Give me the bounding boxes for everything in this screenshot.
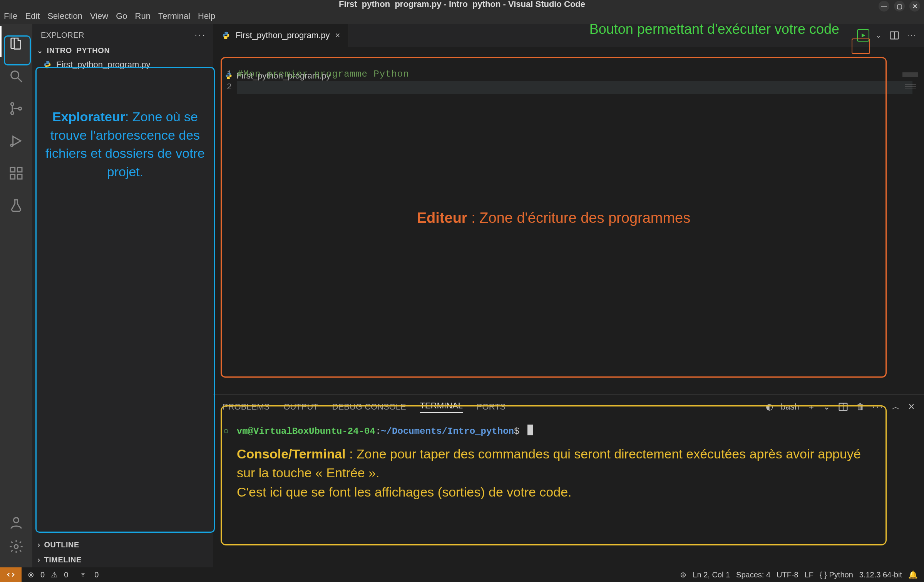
timeline-section[interactable]: › TIMELINE <box>32 552 213 567</box>
search-icon[interactable] <box>8 69 24 84</box>
menu-file[interactable]: File <box>4 11 17 21</box>
accounts-icon[interactable] <box>8 515 24 530</box>
cursor-position[interactable]: Ln 2, Col 1 <box>693 570 730 579</box>
settings-gear-icon[interactable] <box>8 539 24 554</box>
bottom-panel: PROBLEMS OUTPUT DEBUG CONSOLE TERMINAL P… <box>213 394 924 567</box>
status-problems[interactable]: ⊗0 ⚠0 <box>22 570 74 579</box>
statusbar: ⊗0 ⚠0 ᯤ0 ⊕ Ln 2, Col 1 Spaces: 4 UTF-8 L… <box>0 567 924 582</box>
editor-tab[interactable]: First_python_program.py × <box>213 24 349 47</box>
close-window-button[interactable]: ✕ <box>909 1 920 12</box>
panel-tab-output[interactable]: OUTPUT <box>283 402 318 412</box>
activity-bottom <box>8 507 24 563</box>
window-titlebar: First_python_program.py - Intro_python -… <box>0 0 924 8</box>
remote-indicator[interactable] <box>0 567 22 582</box>
sidebar-more-icon[interactable]: ··· <box>195 30 206 40</box>
minimap[interactable] <box>902 72 918 77</box>
terminal-dropdown-icon[interactable]: ⌄ <box>823 402 830 412</box>
python-interpreter[interactable]: 3.12.3 64-bit <box>859 570 902 579</box>
editor-actions: ⌄ ··· <box>857 24 924 47</box>
python-file-icon <box>222 31 230 40</box>
line-number: 2 <box>213 81 232 94</box>
explorer-sidebar: EXPLORER ··· ⌄ INTRO_PYTHON First_python… <box>32 24 213 567</box>
main-area: EXPLORER ··· ⌄ INTRO_PYTHON First_python… <box>0 24 924 567</box>
svg-point-6 <box>11 144 13 146</box>
split-editor-icon[interactable] <box>889 30 900 41</box>
editor-body[interactable]: First_python_program.py 1 2 #Mon premier… <box>213 47 924 394</box>
current-line-highlight <box>237 81 912 94</box>
run-button[interactable] <box>857 29 869 42</box>
file-row[interactable]: First_python_program.py <box>32 57 213 72</box>
timeline-label: TIMELINE <box>44 555 82 564</box>
svg-point-11 <box>13 518 18 523</box>
sidebar-header: EXPLORER ··· <box>32 24 213 44</box>
source-control-icon[interactable] <box>8 101 24 116</box>
window-controls: — ▢ ✕ <box>879 1 920 12</box>
status-right: ⊕ Ln 2, Col 1 Spaces: 4 UTF-8 LF { } Pyt… <box>674 570 924 579</box>
indentation[interactable]: Spaces: 4 <box>736 570 770 579</box>
close-panel-icon[interactable]: ✕ <box>908 402 915 412</box>
maximize-panel-icon[interactable]: ︿ <box>892 401 900 413</box>
status-ports[interactable]: ᯤ0 <box>74 570 105 579</box>
explorer-icon[interactable] <box>8 36 24 52</box>
eol[interactable]: LF <box>805 570 814 579</box>
panel-tab-ports[interactable]: PORTS <box>477 402 506 412</box>
code-line-1: #Mon premier programme Python <box>237 68 924 81</box>
svg-rect-10 <box>17 167 22 172</box>
more-actions-icon[interactable]: ··· <box>907 32 917 39</box>
editor-pane: First_python_program.py × ⌄ ··· First_py… <box>213 24 924 567</box>
outline-section[interactable]: › OUTLINE <box>32 537 213 552</box>
menu-run[interactable]: Run <box>135 11 151 21</box>
svg-rect-9 <box>17 174 22 179</box>
svg-rect-7 <box>10 167 15 172</box>
python-file-icon <box>225 72 233 80</box>
minimize-button[interactable]: — <box>879 1 889 12</box>
activity-bar <box>0 24 32 567</box>
testing-icon[interactable] <box>8 198 24 213</box>
new-terminal-icon[interactable]: ＋ <box>807 401 815 413</box>
menu-help[interactable]: Help <box>198 11 215 21</box>
file-name: First_python_program.py <box>56 60 151 70</box>
menu-go[interactable]: Go <box>116 11 127 21</box>
ports-count: 0 <box>94 570 99 579</box>
active-indicator <box>0 26 2 57</box>
menu-selection[interactable]: Selection <box>47 11 82 21</box>
window-title: First_python_program.py - Intro_python -… <box>339 0 585 9</box>
encoding[interactable]: UTF-8 <box>777 570 798 579</box>
svg-marker-13 <box>862 33 865 38</box>
menu-edit[interactable]: Edit <box>25 11 40 21</box>
svg-rect-8 <box>10 174 15 179</box>
panel-tab-terminal[interactable]: TERMINAL <box>420 401 463 413</box>
outline-label: OUTLINE <box>44 540 79 549</box>
line-gutter: 1 2 <box>213 47 237 394</box>
extensions-icon[interactable] <box>8 166 24 181</box>
run-debug-icon[interactable] <box>8 133 24 149</box>
folder-name: INTRO_PYTHON <box>47 46 110 55</box>
tab-close-icon[interactable]: × <box>335 30 340 40</box>
menu-view[interactable]: View <box>90 11 108 21</box>
svg-point-0 <box>11 71 19 79</box>
feedback-icon[interactable]: ⊕ <box>680 570 686 579</box>
panel-tab-problems[interactable]: PROBLEMS <box>223 402 270 412</box>
notifications-icon[interactable]: 🔔 <box>908 570 918 579</box>
split-terminal-icon[interactable] <box>838 401 849 412</box>
warning-count: 0 <box>64 570 68 579</box>
code-area[interactable]: #Mon premier programme Python <box>237 47 924 394</box>
svg-line-1 <box>18 78 22 82</box>
folder-row[interactable]: ⌄ INTRO_PYTHON <box>32 44 213 57</box>
panel-tab-debug[interactable]: DEBUG CONSOLE <box>332 402 406 412</box>
language-mode[interactable]: { } Python <box>820 570 853 579</box>
svg-point-12 <box>14 545 18 549</box>
terminal-shell-label[interactable]: bash <box>781 402 799 412</box>
terminal-body[interactable]: ○ vm@VirtualBoxUbuntu-24-04:~/Documents/… <box>213 417 924 567</box>
chevron-down-icon: ⌄ <box>37 47 43 55</box>
kill-terminal-icon[interactable]: 🗑 <box>856 402 865 412</box>
terminal-user: vm@VirtualBoxUbuntu-24-04 <box>237 426 375 436</box>
terminal-dollar: $ <box>514 426 519 436</box>
terminal-shell-icon: ◐ <box>766 402 773 412</box>
editor-tabs: First_python_program.py × ⌄ ··· <box>213 24 924 47</box>
panel-more-icon[interactable]: ··· <box>872 402 884 412</box>
maximize-button[interactable]: ▢ <box>894 1 905 12</box>
run-dropdown-icon[interactable]: ⌄ <box>875 31 881 40</box>
svg-marker-5 <box>13 136 21 145</box>
menu-terminal[interactable]: Terminal <box>158 11 190 21</box>
